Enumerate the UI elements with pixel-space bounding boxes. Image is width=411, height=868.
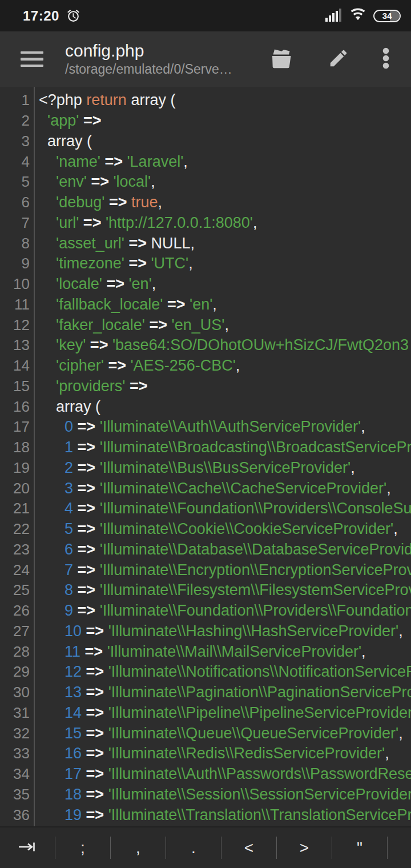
code-line[interactable]: 23 6 => 'Illuminate\\Database\\DatabaseS… bbox=[0, 540, 411, 560]
code-text: 18 => 'Illuminate\\Session\\SessionServi… bbox=[39, 786, 411, 803]
code-line[interactable]: 31 14 => 'Illuminate\\Pipeline\\Pipeline… bbox=[0, 703, 411, 724]
line-number: 18 bbox=[0, 439, 30, 456]
code-line[interactable]: 24 7 => 'Illuminate\\Encryption\\Encrypt… bbox=[0, 560, 411, 580]
line-number: 9 bbox=[0, 255, 30, 272]
code-text: 19 => 'Illuminate\\Translation\\Translat… bbox=[39, 806, 411, 824]
code-line[interactable]: 27 10 => 'Illuminate\\Hashing\\HashServi… bbox=[0, 621, 411, 642]
file-title: config.php bbox=[65, 41, 232, 61]
code-line[interactable]: 4 'name' => 'Laravel', bbox=[0, 151, 411, 172]
code-line[interactable]: 14 'cipher' => 'AES-256-CBC', bbox=[0, 356, 411, 376]
code-line[interactable]: 33 16 => 'Illuminate\\Redis\\RedisServic… bbox=[0, 744, 411, 764]
code-line[interactable]: 2 'app' => bbox=[0, 111, 411, 131]
line-number: 27 bbox=[0, 622, 30, 640]
code-text: 2 => 'Illuminate\\Bus\\BusServiceProvide… bbox=[39, 459, 411, 477]
code-line[interactable]: 10 'locale' => 'en', bbox=[0, 274, 411, 295]
gutter-divider bbox=[34, 87, 35, 826]
double-quote-key[interactable]: " bbox=[332, 827, 387, 868]
line-number: 36 bbox=[0, 806, 30, 824]
tab-key[interactable] bbox=[0, 827, 55, 868]
code-line[interactable]: 1<?php return array ( bbox=[0, 90, 411, 111]
line-number: 10 bbox=[0, 275, 30, 293]
code-text: 11 => 'Illuminate\\Mail\\MailServiceProv… bbox=[39, 643, 411, 661]
code-line[interactable]: 21 4 => 'Illuminate\\Foundation\\Provide… bbox=[0, 499, 411, 519]
code-line[interactable]: 35 18 => 'Illuminate\\Session\\SessionSe… bbox=[0, 785, 411, 805]
code-line[interactable]: 16 array ( bbox=[0, 396, 411, 417]
code-line[interactable]: 9 'timezone' => 'UTC', bbox=[0, 254, 411, 274]
line-number: 26 bbox=[0, 602, 30, 620]
menu-icon[interactable] bbox=[21, 51, 43, 67]
code-text: 13 => 'Illuminate\\Pagination\\Paginatio… bbox=[39, 684, 411, 701]
code-line[interactable]: 15 'providers' => bbox=[0, 376, 411, 397]
symbol-key-bar: ;,.<>" bbox=[0, 826, 411, 868]
semicolon-key[interactable]: ; bbox=[55, 827, 110, 868]
code-line[interactable]: 29 12 => 'Illuminate\\Notifications\\Not… bbox=[0, 662, 411, 682]
key-filler bbox=[388, 827, 411, 868]
code-line[interactable]: 25 8 => 'Illuminate\\Filesystem\\Filesys… bbox=[0, 580, 411, 601]
line-number: 3 bbox=[0, 132, 30, 150]
status-bar: 17:20 34 bbox=[0, 0, 411, 31]
edit-button[interactable] bbox=[328, 47, 349, 71]
overflow-menu-button[interactable] bbox=[382, 47, 389, 71]
period-key[interactable]: . bbox=[166, 827, 221, 868]
code-text: 'asset_url' => NULL, bbox=[39, 235, 411, 252]
line-number: 1 bbox=[0, 91, 30, 109]
code-line[interactable]: 17 0 => 'Illuminate\\Auth\\AuthServicePr… bbox=[0, 417, 411, 437]
battery-percent: 34 bbox=[382, 11, 392, 21]
less-than-key[interactable]: < bbox=[221, 827, 276, 868]
code-line[interactable]: 36 19 => 'Illuminate\\Translation\\Trans… bbox=[0, 805, 411, 825]
overflow-menu-icon bbox=[382, 47, 389, 71]
code-line[interactable]: 3 array ( bbox=[0, 131, 411, 152]
code-line[interactable]: 19 2 => 'Illuminate\\Bus\\BusServiceProv… bbox=[0, 458, 411, 479]
line-number: 22 bbox=[0, 520, 30, 538]
code-line[interactable]: 26 9 => 'Illuminate\\Foundation\\Provide… bbox=[0, 601, 411, 621]
line-number: 2 bbox=[0, 112, 30, 130]
code-text: 'key' => 'base64:SO/DOhotOUw+hSizCJ/FwtQ… bbox=[39, 336, 411, 354]
tab-arrow-icon bbox=[18, 839, 37, 857]
line-number: 31 bbox=[0, 704, 30, 722]
line-number: 32 bbox=[0, 725, 30, 742]
code-text: 'debug' => true, bbox=[39, 194, 411, 211]
line-number: 11 bbox=[0, 296, 30, 314]
code-line[interactable]: 28 11 => 'Illuminate\\Mail\\MailServiceP… bbox=[0, 641, 411, 662]
code-text: 8 => 'Illuminate\\Filesystem\\Filesystem… bbox=[39, 581, 411, 599]
code-line[interactable]: 18 1 => 'Illuminate\\Broadcasting\\Broad… bbox=[0, 437, 411, 458]
line-number: 8 bbox=[0, 235, 30, 252]
code-line[interactable]: 6 'debug' => true, bbox=[0, 192, 411, 213]
code-text: 6 => 'Illuminate\\Database\\DatabaseServ… bbox=[39, 541, 411, 558]
open-folder-button[interactable] bbox=[268, 47, 295, 72]
code-text: 'timezone' => 'UTC', bbox=[39, 255, 411, 272]
open-folder-icon bbox=[268, 47, 295, 72]
code-text: 10 => 'Illuminate\\Hashing\\HashServiceP… bbox=[39, 622, 411, 640]
line-number: 21 bbox=[0, 500, 30, 517]
code-line[interactable]: 5 'env' => 'local', bbox=[0, 172, 411, 192]
code-line[interactable]: 13 'key' => 'base64:SO/DOhotOUw+hSizCJ/F… bbox=[0, 335, 411, 356]
line-number: 25 bbox=[0, 581, 30, 599]
greater-than-key[interactable]: > bbox=[277, 827, 332, 868]
code-line[interactable]: 12 'faker_locale' => 'en_US', bbox=[0, 315, 411, 335]
code-line[interactable]: 32 15 => 'Illuminate\\Queue\\QueueServic… bbox=[0, 723, 411, 744]
code-text: 'locale' => 'en', bbox=[39, 275, 411, 293]
code-line[interactable]: 34 17 => 'Illuminate\\Auth\\Passwords\\P… bbox=[0, 764, 411, 785]
code-line[interactable]: 22 5 => 'Illuminate\\Cookie\\CookieServi… bbox=[0, 519, 411, 540]
line-number: 30 bbox=[0, 684, 30, 701]
line-number: 4 bbox=[0, 153, 30, 171]
code-text: 16 => 'Illuminate\\Redis\\RedisServicePr… bbox=[39, 745, 411, 762]
code-line[interactable]: 8 'asset_url' => NULL, bbox=[0, 233, 411, 254]
code-area[interactable]: 1<?php return array (2 'app' =>3 array (… bbox=[0, 87, 411, 826]
code-line[interactable]: 7 'url' => 'http://127.0.0.1:8080', bbox=[0, 213, 411, 234]
line-number: 13 bbox=[0, 336, 30, 354]
code-line[interactable]: 20 3 => 'Illuminate\\Cache\\CacheService… bbox=[0, 478, 411, 499]
comma-key[interactable]: , bbox=[111, 827, 166, 868]
line-number: 24 bbox=[0, 561, 30, 579]
code-text: 15 => 'Illuminate\\Queue\\QueueServicePr… bbox=[39, 725, 411, 742]
clock-time: 17:20 bbox=[23, 8, 59, 24]
code-text: 9 => 'Illuminate\\Foundation\\Providers\… bbox=[39, 602, 411, 620]
code-line[interactable]: 11 'fallback_locale' => 'en', bbox=[0, 295, 411, 315]
code-text: 1 => 'Illuminate\\Broadcasting\\Broadcas… bbox=[39, 439, 411, 456]
code-line[interactable]: 30 13 => 'Illuminate\\Pagination\\Pagina… bbox=[0, 682, 411, 703]
line-number: 35 bbox=[0, 786, 30, 803]
line-number: 17 bbox=[0, 418, 30, 436]
app-toolbar: config.php /storage/emulated/0/Serve… bbox=[0, 31, 411, 87]
line-number: 34 bbox=[0, 765, 30, 783]
code-text: 'name' => 'Laravel', bbox=[39, 153, 411, 171]
